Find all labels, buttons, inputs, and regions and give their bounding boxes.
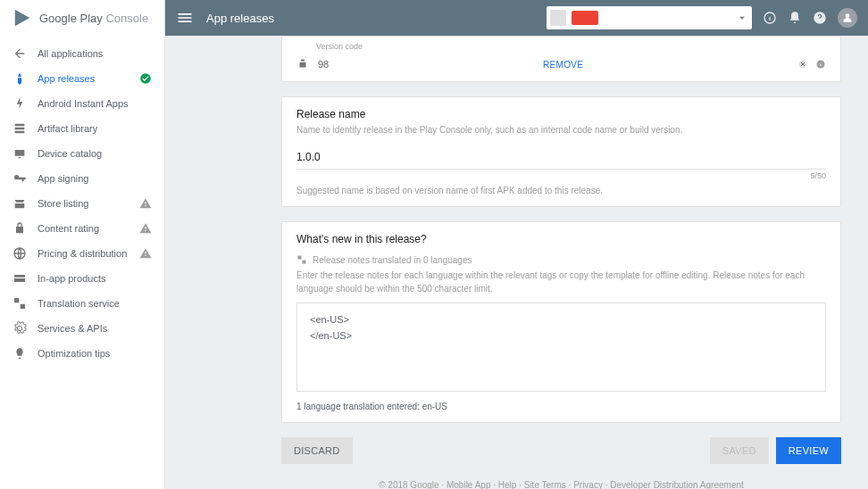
release-notes-textarea[interactable] (296, 303, 826, 392)
nav-app-releases[interactable]: App releases (0, 66, 164, 91)
content: Version code 98 REMOVE Release name Name… (165, 36, 868, 489)
nav-app-signing[interactable]: App signing (0, 166, 164, 191)
lock-icon (13, 221, 27, 236)
nav-instant-apps[interactable]: Android Instant Apps (0, 91, 164, 116)
nav: All applications App releases Android In… (0, 36, 164, 366)
app-thumb-icon (550, 10, 566, 26)
app-name-redacted (572, 11, 598, 25)
footer-link[interactable]: Mobile App (447, 480, 490, 489)
footer-link[interactable]: Privacy (573, 480, 603, 489)
release-name-title: Release name (296, 108, 826, 120)
main: App releases Version code (165, 0, 868, 489)
nav-optimization-tips[interactable]: Optimization tips (0, 341, 164, 366)
footer: © 2018 Google · Mobile App · Help · Site… (281, 477, 841, 489)
nav-label: Artifact library (38, 123, 97, 134)
whats-new-card: What's new in this release? Release note… (281, 221, 841, 423)
char-count: 5/50 (296, 171, 826, 180)
warning-icon (139, 197, 152, 210)
arrow-back-icon (13, 46, 27, 61)
translations-entered: 1 language translation entered: en-US (296, 402, 826, 411)
whats-new-title: What's new in this release? (296, 233, 826, 245)
review-button[interactable]: REVIEW (776, 437, 841, 464)
version-code-value: 98 (318, 59, 329, 70)
person-icon (841, 12, 854, 24)
release-name-help: Name to identify release in the Play Con… (296, 124, 826, 137)
library-icon (13, 121, 27, 136)
nav-store-listing[interactable]: Store listing (0, 191, 164, 216)
android-icon (296, 58, 309, 70)
play-console-logo-icon (13, 8, 32, 28)
bulb-icon (13, 346, 27, 361)
help-icon[interactable] (813, 11, 827, 25)
info-small-icon[interactable] (815, 59, 826, 70)
nav-label: All applications (38, 48, 103, 59)
footer-link[interactable]: Help (498, 480, 517, 489)
nav-label: Pricing & distribution (38, 248, 127, 259)
nav-all-applications[interactable]: All applications (0, 41, 164, 66)
remove-button[interactable]: REMOVE (543, 60, 583, 70)
bolt-icon (13, 96, 27, 111)
release-name-input[interactable] (296, 145, 826, 170)
nav-label: Android Instant Apps (38, 98, 129, 109)
apk-row: 98 REMOVE (282, 51, 840, 81)
brand: Google Play Console (0, 0, 164, 36)
chevron-down-icon (736, 12, 748, 24)
nav-pricing-distribution[interactable]: Pricing & distribution (0, 241, 164, 266)
nav-label: Device catalog (38, 148, 102, 159)
nav-device-catalog[interactable]: Device catalog (0, 141, 164, 166)
svg-point-1 (140, 73, 151, 84)
menu-icon[interactable] (176, 9, 194, 27)
nav-in-app-products[interactable]: In-app products (0, 266, 164, 291)
version-code-card: Version code 98 REMOVE (281, 36, 841, 82)
translate-icon (13, 296, 27, 311)
saved-button: SAVED (710, 437, 769, 464)
brand-part2: Console (105, 12, 148, 25)
app-selector[interactable] (547, 6, 752, 29)
brand-text: Google Play Console (39, 12, 148, 25)
account-avatar[interactable] (838, 8, 857, 28)
nav-services-apis[interactable]: Services & APIs (0, 316, 164, 341)
nav-label: Services & APIs (38, 323, 107, 334)
nav-label: App signing (38, 173, 89, 184)
key-icon (13, 171, 27, 186)
nav-label: Optimization tips (38, 348, 110, 359)
nav-label: In-app products (38, 273, 105, 284)
shop-icon (13, 196, 27, 211)
svg-marker-0 (15, 10, 30, 26)
settings-icon (13, 321, 27, 336)
nav-label: App releases (38, 73, 95, 84)
footer-link[interactable]: Developer Distribution Agreement (610, 480, 744, 489)
rocket-icon (13, 71, 27, 86)
translated-count: Release notes translated in 0 languages (313, 255, 472, 265)
copyright: © 2018 Google (379, 480, 438, 489)
translated-row: Release notes translated in 0 languages (296, 254, 826, 265)
page-title: App releases (206, 12, 274, 25)
translate-icon (296, 254, 307, 265)
discard-button[interactable]: DISCARD (281, 437, 353, 464)
warning-icon (139, 247, 152, 260)
card-icon (13, 271, 27, 286)
brand-part1: Google Play (39, 12, 103, 25)
info-icon[interactable] (763, 11, 777, 25)
nav-artifact-library[interactable]: Artifact library (0, 116, 164, 141)
nav-content-rating[interactable]: Content rating (0, 216, 164, 241)
action-bar: DISCARD SAVED REVIEW (281, 437, 841, 464)
globe-icon (13, 246, 27, 261)
version-code-header: Version code (316, 42, 826, 51)
warning-icon (139, 222, 152, 235)
nav-label: Translation service (38, 298, 120, 309)
sidebar: Google Play Console All applications App… (0, 0, 165, 489)
check-circle-icon (139, 72, 152, 85)
whats-new-desc: Enter the release notes for each languag… (296, 269, 826, 295)
footer-link[interactable]: Site Terms (524, 480, 566, 489)
close-icon[interactable] (797, 59, 808, 70)
topbar: App releases (165, 0, 868, 36)
nav-translation-service[interactable]: Translation service (0, 291, 164, 316)
nav-label: Store listing (38, 198, 88, 209)
release-name-suggested: Suggested name is based on version name … (296, 186, 826, 195)
nav-label: Content rating (38, 223, 99, 234)
devices-icon (13, 146, 27, 161)
bell-icon[interactable] (788, 11, 802, 25)
release-name-card: Release name Name to identify release in… (281, 96, 841, 207)
